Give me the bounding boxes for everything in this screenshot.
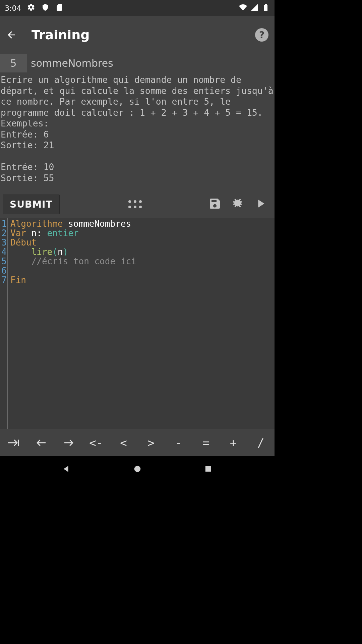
line-gutter: 1 2 3 4 5 6 7 [0, 218, 7, 429]
sd-card-icon [55, 3, 63, 13]
submit-button[interactable]: SUBMIT [3, 195, 60, 214]
problem-description: Ecrire un algorithme qui demande un nomb… [0, 72, 275, 191]
android-nav-bar [0, 456, 275, 483]
arrow-right-key[interactable] [58, 435, 79, 451]
svg-point-0 [134, 466, 140, 472]
app-bar: Training ? [0, 16, 275, 54]
status-bar: 3:04 [0, 0, 275, 16]
exercise-number: 5 [0, 54, 27, 72]
minus-key[interactable]: - [168, 435, 189, 451]
nav-home-button[interactable] [133, 464, 142, 475]
code-area[interactable]: Algorithme sommeNombres Var n: entier Dé… [7, 218, 275, 429]
nav-recent-button[interactable] [203, 464, 213, 475]
symbol-toolbar: <- < > - = + / [0, 429, 275, 456]
editor-toolbar: SUBMIT [0, 191, 275, 218]
arrow-left-key[interactable] [31, 435, 52, 451]
signal-icon [250, 3, 258, 13]
debug-button[interactable] [231, 197, 244, 212]
plus-key[interactable]: + [223, 435, 244, 451]
page-title: Training [32, 28, 240, 42]
battery-icon [262, 3, 270, 13]
shield-icon [41, 3, 49, 13]
back-button[interactable] [6, 30, 17, 40]
exercise-header: 5 sommeNombres [0, 54, 275, 72]
slash-key[interactable]: / [250, 435, 272, 451]
help-button[interactable]: ? [255, 28, 268, 42]
assign-key[interactable]: <- [85, 435, 107, 451]
indent-key[interactable] [3, 435, 24, 451]
settings-icon [27, 3, 35, 13]
drag-handle-icon[interactable] [128, 200, 142, 208]
status-time: 3:04 [5, 4, 21, 12]
wifi-icon [239, 3, 247, 13]
run-button[interactable] [254, 197, 267, 212]
equals-key[interactable]: = [195, 435, 217, 451]
nav-back-button[interactable] [62, 464, 71, 475]
svg-rect-1 [205, 466, 211, 472]
less-than-key[interactable]: < [113, 435, 134, 451]
save-button[interactable] [208, 197, 222, 212]
code-editor[interactable]: 1 2 3 4 5 6 7 Algorithme sommeNombres Va… [0, 218, 275, 429]
greater-than-key[interactable]: > [140, 435, 162, 451]
exercise-name: sommeNombres [27, 54, 275, 72]
